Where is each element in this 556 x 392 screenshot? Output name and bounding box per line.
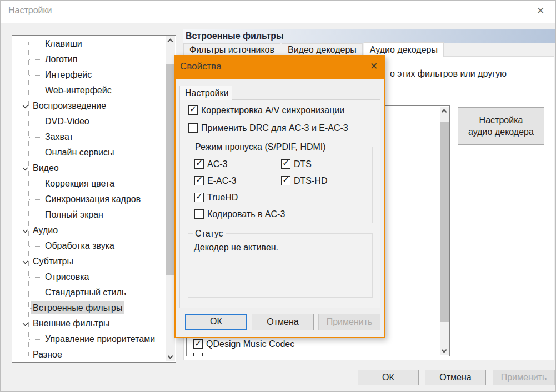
- chevron-down-icon[interactable]: [23, 103, 27, 108]
- checkbox[interactable]: [281, 159, 290, 169]
- scroll-up-icon[interactable]: [166, 36, 175, 45]
- chevron-down-icon: [442, 348, 447, 353]
- scroll-down-icon[interactable]: [166, 353, 175, 361]
- group-title: Режим пропуска (S/PDIF, HDMI): [193, 142, 328, 152]
- checkbox-label: DTS-HD: [294, 176, 327, 185]
- eac3-checkbox-row[interactable]: E-AC-3: [194, 176, 236, 186]
- list-scrollbar[interactable]: [440, 107, 449, 355]
- group-title: Статус: [193, 229, 226, 238]
- checkbox-label: DTS: [294, 159, 312, 169]
- dialog-title-bar: Свойства ✕: [174, 55, 385, 79]
- tab-settings[interactable]: Настройки: [179, 86, 232, 100]
- section-header: Встроенные фильтры: [183, 29, 556, 43]
- checkbox[interactable]: [281, 176, 290, 185]
- sidebar-scrollbar[interactable]: [166, 36, 175, 361]
- tree-item[interactable]: Онлайн сервисы: [13, 145, 166, 160]
- cancel-button[interactable]: Отмена: [252, 314, 314, 330]
- checkbox[interactable]: [193, 339, 203, 349]
- av-sync-checkbox-row[interactable]: Корректировка A/V синхронизации: [188, 105, 344, 115]
- tab-video-decoders[interactable]: Видео декодеры: [282, 43, 363, 56]
- tree-item[interactable]: Аудио: [13, 223, 166, 238]
- tree-item[interactable]: Клавиши: [13, 36, 166, 52]
- checkbox[interactable]: [194, 176, 204, 185]
- settings-window: Настройки ✕ Клавиши Логотип Интерфейс We…: [0, 0, 556, 392]
- dtshd-checkbox-row[interactable]: DTS-HD: [281, 176, 327, 186]
- tree-item[interactable]: Полный экран: [13, 207, 166, 223]
- settings-tree: Клавиши Логотип Интерфейс Web-интерфейс …: [12, 35, 176, 363]
- apply-button[interactable]: Применить: [318, 314, 380, 330]
- chevron-down-icon: [168, 354, 173, 359]
- checkbox-label: Корректировка A/V синхронизации: [201, 105, 344, 115]
- ok-button[interactable]: ОК: [185, 314, 247, 330]
- checkbox-label: E-AC-3: [207, 176, 236, 185]
- tree-item[interactable]: Встроенные фильтры: [13, 300, 166, 316]
- close-icon[interactable]: ✕: [533, 4, 548, 18]
- title-bar: Настройки ✕: [1, 1, 555, 23]
- list-item[interactable]: QDesign Music Codec: [193, 338, 294, 350]
- encode-ac3-checkbox-row[interactable]: Кодировать в AC-3: [194, 209, 285, 219]
- drc-checkbox-row[interactable]: Применить DRC для AC-3 и E-AC-3: [188, 123, 348, 133]
- tree-item[interactable]: Внешние фильтры: [13, 316, 166, 331]
- tree-item[interactable]: Логотип: [13, 52, 166, 67]
- dialog-tab-page: Корректировка A/V синхронизации Применит…: [179, 99, 380, 308]
- tree-item[interactable]: DVD-Video: [13, 114, 166, 129]
- tree-item[interactable]: Web-интерфейс: [13, 83, 166, 98]
- ok-button[interactable]: ОК: [358, 370, 419, 385]
- list-item-partial[interactable]: [193, 353, 206, 356]
- tree-rows: Клавиши Логотип Интерфейс Web-интерфейс …: [13, 36, 166, 361]
- audio-decoder-settings-button[interactable]: Настройка аудио декодера: [458, 107, 544, 145]
- apply-button[interactable]: Применить: [493, 370, 555, 385]
- checkbox[interactable]: [194, 193, 204, 202]
- checkbox-label: TrueHD: [207, 193, 238, 202]
- tree-item[interactable]: Обработка звука: [13, 238, 166, 254]
- checkbox[interactable]: [194, 159, 204, 169]
- tree-item[interactable]: Воспроизведение: [13, 98, 166, 114]
- cancel-button[interactable]: Отмена: [425, 370, 486, 385]
- status-text: Декодер не активен.: [194, 243, 278, 253]
- scroll-down-icon[interactable]: [440, 346, 449, 355]
- tree-item[interactable]: Отрисовка: [13, 269, 166, 285]
- truehd-checkbox-row[interactable]: TrueHD: [194, 193, 238, 203]
- tree-item[interactable]: Коррекция цвета: [13, 176, 166, 192]
- close-icon[interactable]: ✕: [367, 59, 381, 74]
- description-text: о этих фильтров или другую: [390, 69, 507, 79]
- chevron-down-icon[interactable]: [23, 165, 27, 170]
- tree-item[interactable]: Интерфейс: [13, 67, 166, 83]
- checkbox-label: AC-3: [207, 159, 227, 169]
- scrollbar-thumb[interactable]: [440, 122, 449, 322]
- dts-checkbox-row[interactable]: DTS: [281, 159, 312, 169]
- tree-item[interactable]: Управление приоритетами: [13, 331, 166, 347]
- tree-item[interactable]: Захват: [13, 129, 166, 145]
- list-item-label: QDesign Music Codec: [206, 339, 294, 349]
- checkbox-label: Применить DRC для AC-3 и E-AC-3: [201, 123, 348, 133]
- checkbox[interactable]: [188, 123, 198, 133]
- checkbox[interactable]: [193, 353, 203, 356]
- properties-dialog: Свойства ✕ Настройки Корректировка A/V с…: [174, 55, 385, 338]
- chevron-down-icon[interactable]: [23, 259, 27, 263]
- status-group: Статус Декодер не активен.: [188, 233, 373, 298]
- chevron-up-icon: [168, 39, 173, 44]
- scrollbar-thumb[interactable]: [166, 64, 175, 275]
- tree-item[interactable]: Видео: [13, 160, 166, 176]
- checkbox[interactable]: [194, 209, 204, 219]
- tree-item[interactable]: Разное: [13, 347, 166, 361]
- checkbox[interactable]: [188, 105, 198, 115]
- scroll-up-icon[interactable]: [440, 107, 449, 115]
- chevron-down-icon[interactable]: [23, 321, 27, 325]
- tab-source-filters[interactable]: Фильтры источников: [183, 43, 280, 56]
- dialog-title: Свойства: [180, 61, 222, 72]
- tree-item[interactable]: Субтитры: [13, 254, 166, 269]
- window-title: Настройки: [8, 6, 52, 16]
- tree-item[interactable]: Синхронизация кадров: [13, 192, 166, 207]
- ac3-checkbox-row[interactable]: AC-3: [194, 159, 227, 169]
- passthrough-group: Режим пропуска (S/PDIF, HDMI) AC-3 DTS E…: [188, 147, 373, 223]
- checkbox-label: Кодировать в AC-3: [207, 209, 285, 219]
- chevron-up-icon: [442, 109, 447, 115]
- tree-item[interactable]: Стандартный стиль: [13, 285, 166, 300]
- chevron-down-icon[interactable]: [23, 228, 27, 232]
